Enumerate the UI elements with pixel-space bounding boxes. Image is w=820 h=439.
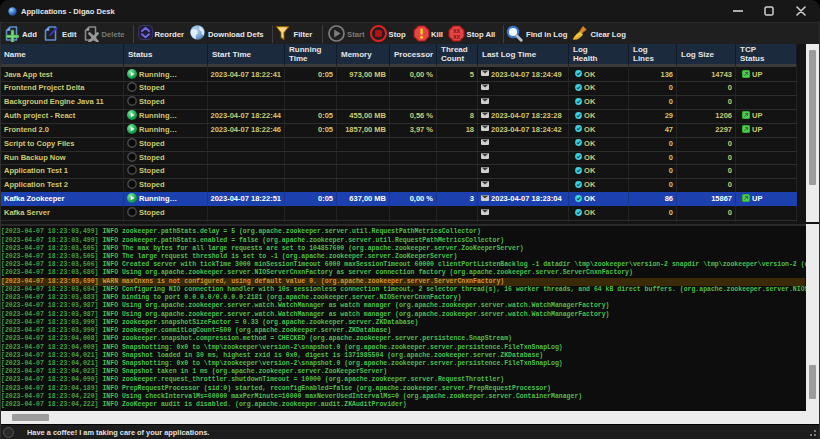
svg-text:xx: xx [453, 33, 461, 40]
